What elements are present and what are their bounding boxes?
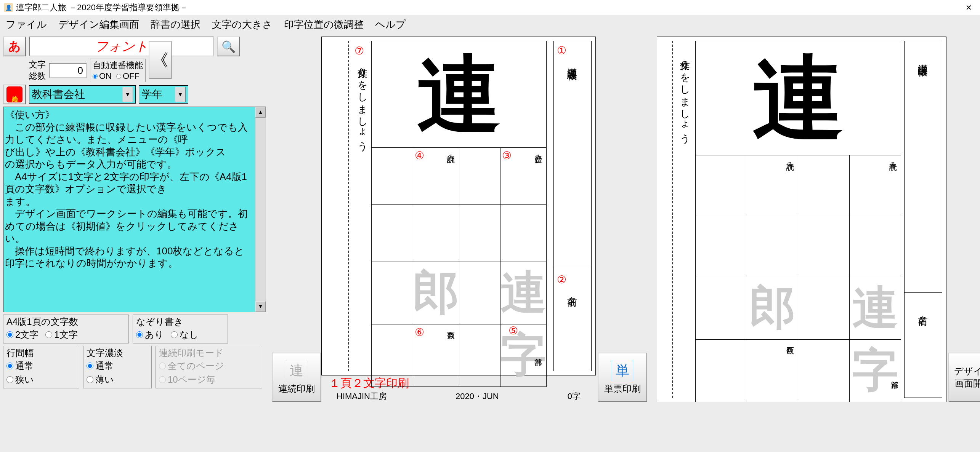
- kunyomi-label: 訓読み: [446, 149, 457, 158]
- grade-combo[interactable]: 学年▼: [139, 85, 188, 104]
- circle-7: ⑦: [354, 45, 364, 57]
- trace-title: なぞり書き: [136, 316, 225, 328]
- scroll-down-icon[interactable]: ▼: [255, 301, 266, 312]
- main-kanji: 連: [372, 41, 547, 148]
- maker-label: HIMAJIN工房: [337, 391, 387, 402]
- app-icon: 👤: [4, 3, 13, 12]
- auto-sequence-group: 自動連番機能 ON OFF: [90, 59, 146, 82]
- gray-kanji-1b: 連: [850, 277, 901, 340]
- a4-1char-radio[interactable]: 1文字: [45, 329, 77, 341]
- help-text-box[interactable]: 《使い方》 この部分に練習帳に収録したい漢字をいくつでも入力してください。また、…: [3, 107, 266, 312]
- menu-position[interactable]: 印字位置の微調整: [284, 18, 364, 31]
- a4-chars-group: A4版1頁の文字数 2文字 1文字: [3, 315, 129, 343]
- design-open-button[interactable]: デザイン 画面開く: [948, 353, 980, 402]
- gray-kanji-3: 郎: [413, 262, 459, 324]
- linewidth-group: 行間幅 通常 狭い: [3, 346, 79, 388]
- preview-sheet-2: 文作りをしましょう 連 訓読み 音読み: [657, 37, 946, 402]
- single-print-button[interactable]: 単 単票印刷: [598, 353, 647, 402]
- char-total-input[interactable]: [49, 63, 87, 78]
- window-title: 連字郎二人旅 －2020年度学習指導要領準拠－: [16, 2, 961, 13]
- shade-title: 文字濃淡: [87, 347, 148, 359]
- linewidth-title: 行間幅: [6, 347, 76, 359]
- sheet1-footer2: HIMAJIN工房 2020・JUN 0字: [321, 391, 596, 402]
- chevron-down-icon[interactable]: ▼: [122, 87, 133, 102]
- menu-help[interactable]: ヘルプ: [375, 18, 406, 31]
- font-display[interactable]: フォント: [29, 37, 214, 56]
- gray-kanji-1: 連: [500, 262, 547, 324]
- circle-6: ⑥: [415, 326, 424, 339]
- seq-on-radio[interactable]: ON: [93, 71, 112, 81]
- auto-sequence-title: 自動連番機能: [93, 60, 143, 71]
- onyomi-label-2: 音読み: [888, 157, 898, 166]
- trace-no-radio[interactable]: なし: [171, 329, 199, 341]
- sentence-label: 文作りをしましょう: [356, 60, 369, 147]
- shade-group: 文字濃淡 通常 薄い: [83, 346, 152, 388]
- sheet-title-2: 漢字練習帳: [917, 56, 930, 60]
- gray-kanji-3b: 郎: [747, 277, 798, 340]
- main-kanji-2: 連: [696, 41, 901, 155]
- name-label: 名前: [566, 289, 579, 290]
- gray-kanji-2: 字: [500, 329, 546, 380]
- trace-yes-radio[interactable]: あり: [136, 329, 164, 341]
- sentence-label-2: 文作りをしましょう: [678, 52, 692, 139]
- scroll-up-icon[interactable]: ▲: [255, 107, 266, 118]
- magnify-button[interactable]: 🔍: [217, 37, 240, 56]
- name-label-2: 名前: [917, 308, 930, 309]
- date-label: 2020・JUN: [456, 391, 499, 402]
- circle-5: ⑤: [508, 324, 518, 337]
- circle-2: ②: [557, 273, 566, 286]
- contprint-title: 連続印刷モード: [159, 347, 259, 359]
- circle-4: ④: [415, 149, 424, 162]
- menu-design[interactable]: デザイン編集画面: [58, 18, 139, 31]
- onyomi-label: 音読み: [534, 149, 544, 158]
- circle-3: ③: [502, 149, 512, 162]
- start-button[interactable]: 始め: [3, 85, 26, 104]
- a4-chars-title: A4版1頁の文字数: [6, 316, 125, 328]
- help-text: 《使い方》 この部分に練習帳に収録したい漢字をいくつでも入力してください。また、…: [5, 109, 264, 270]
- menubar: ファイル デザイン編集画面 辞書の選択 文字の大きさ 印字位置の微調整 ヘルプ: [0, 15, 980, 34]
- contprint-10-radio: 10ページ毎: [159, 374, 215, 386]
- sheet-title: 漢字練習帳: [566, 60, 579, 64]
- linewidth-normal-radio[interactable]: 通常: [6, 360, 34, 372]
- contprint-group: 連続印刷モード 全てのページ 10ページ毎: [156, 346, 262, 388]
- a-button[interactable]: あ: [3, 37, 26, 56]
- textbook-publisher-combo[interactable]: 教科書会社▼: [29, 85, 136, 104]
- count-label: 0字: [568, 391, 581, 402]
- shade-normal-radio[interactable]: 通常: [87, 360, 114, 372]
- collapse-arrow-button[interactable]: 《: [149, 41, 172, 79]
- trace-group: なぞり書き あり なし: [133, 315, 228, 343]
- circle-1: ①: [557, 44, 566, 57]
- scrollbar[interactable]: ▲ ▼: [255, 107, 266, 312]
- menu-dict[interactable]: 辞書の選択: [151, 18, 200, 31]
- chevron-down-icon[interactable]: ▼: [175, 87, 186, 102]
- contprint-all-radio: 全てのページ: [159, 360, 224, 372]
- seq-off-radio[interactable]: OFF: [116, 71, 140, 81]
- single-print-icon: 単: [612, 360, 633, 381]
- print-icon: 連: [286, 360, 307, 381]
- gray-kanji-2b: 字: [850, 340, 901, 402]
- char-total-label: 文字 総数: [29, 59, 46, 82]
- close-icon[interactable]: ✕: [961, 2, 976, 13]
- menu-file[interactable]: ファイル: [6, 18, 47, 31]
- kunyomi-label-2: 訓読み: [785, 157, 796, 166]
- a4-2char-radio[interactable]: 2文字: [6, 329, 38, 341]
- menu-size[interactable]: 文字の大きさ: [212, 18, 273, 31]
- shade-light-radio[interactable]: 薄い: [87, 374, 114, 386]
- preview-sheet-1: ⑦ 文作りをしましょう 連 ④ 訓読み: [321, 37, 596, 375]
- linewidth-narrow-radio[interactable]: 狭い: [6, 374, 34, 386]
- continuous-print-button[interactable]: 連 連続印刷: [272, 353, 321, 402]
